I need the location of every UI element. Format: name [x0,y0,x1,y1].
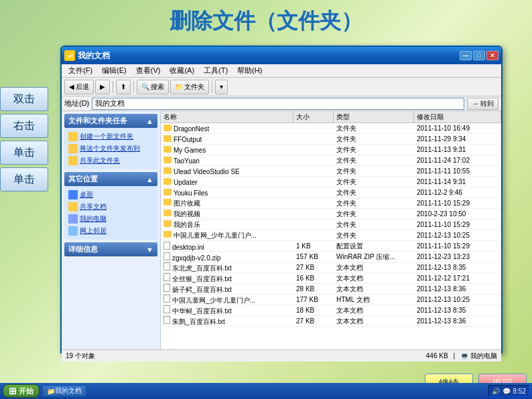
panel-link-shared-docs[interactable]: 共享文档 [68,201,153,213]
file-date: 2011-11-10 15:29 [414,242,501,250]
status-count: 19 个对象 [66,351,421,361]
file-name: DragonNest [161,125,293,133]
folders-button[interactable]: 📁 文件夹 [170,80,209,94]
file-type: 文件夹 [334,145,414,155]
table-row[interactable]: desktop.ini 1 KB 配置设置 2011-11-10 15:29 [161,241,501,252]
file-date: 2011-12-13 10:25 [414,232,501,239]
close-button[interactable]: ✕ [486,51,498,60]
panel-header-details[interactable]: 详细信息 ▼ [64,242,157,256]
header-size[interactable]: 大小 [293,111,334,123]
file-icon [163,295,170,303]
panel-header-tasks[interactable]: 文件和文件夹任务 ▲ [64,114,157,128]
panel-body-locations: 桌面 共享文档 我的电脑 网上邻居 [64,186,157,240]
panel-header-locations[interactable]: 其它位置 ▲ [64,172,157,186]
table-row[interactable]: Updater 文件夹 2011-11-14 9:31 [161,177,501,187]
minimize-button[interactable]: — [460,51,472,60]
panel-link-my-computer[interactable]: 我的电脑 [68,213,153,225]
status-bar: 19 个对象 446 KB | 💻 我的电脑 [62,349,501,362]
table-row[interactable]: DragonNest 文件夹 2011-11-10 16:49 [161,123,501,134]
title-bar-buttons: — □ ✕ [460,51,498,60]
double-click-button[interactable]: 双击 [0,87,48,111]
table-row[interactable]: zgxqdjb-v2.0.zip 157 KB WinRAR ZIP 压缩...… [161,252,501,262]
file-name: 我的音乐 [161,220,293,230]
menu-favorites[interactable]: 收藏(A) [165,65,198,76]
header-name[interactable]: 名称 [161,111,293,123]
table-row[interactable]: 图片收藏 文件夹 2011-11-10 15:29 [161,198,501,209]
maximize-button[interactable]: □ [473,51,485,60]
right-click-button[interactable]: 右击 [0,114,48,138]
start-button[interactable]: ⊞ 开始 [3,384,40,398]
table-row[interactable]: 中华鲟_百度百科.txt 18 KB 文本文档 2011-12-13 8:35 [161,305,501,316]
table-row[interactable]: 我的视频 文件夹 2010-2-23 10:50 [161,209,501,220]
folder-icon [163,157,172,163]
file-date: 2011-11-29 9:34 [414,135,501,143]
file-date: 2011-12-12 17:21 [414,274,501,282]
file-size: 28 KB [293,285,334,293]
new-folder-icon [68,132,78,141]
back-button[interactable]: ◀ 后退 [64,80,94,94]
toolbar: ◀ 后退 ▶ ⬆ 🔍 搜索 📁 文件夹 ▾ [62,78,501,96]
table-row[interactable]: 朱鹮_百度百科.txt 27 KB 文本文档 2011-12-13 8:36 [161,316,501,327]
my-computer-icon [68,214,78,224]
file-type: 文本文档 [334,263,414,272]
file-name: 东北虎_百度百科.txt [161,262,293,273]
up-button[interactable]: ⬆ [116,80,131,94]
window-icon: 📁 [64,50,75,61]
file-name: 中国儿童网_少年儿童门户... [161,231,293,240]
file-date: 2011-11-14 9:31 [414,178,501,185]
menu-help[interactable]: 帮助(H) [233,65,266,76]
table-row[interactable]: 全丝猴_百度百科.txt 16 KB 文本文档 2011-12-12 17:21 [161,273,501,284]
menu-view[interactable]: 查看(V) [132,65,165,76]
panel-link-network[interactable]: 网上邻居 [68,225,153,237]
taskbar-tray: 🔊 💬 8:52 [488,385,529,397]
file-name: TaoYuan [161,157,293,165]
folder-icon [163,125,172,131]
file-type: 文本文档 [334,285,414,294]
forward-button[interactable]: ▶ [95,80,110,94]
file-name: 朱鹮_百度百科.txt [161,316,293,327]
table-row[interactable]: Ulead VideoStudio SE 文件夹 2011-11-11 10:5… [161,166,501,177]
views-button[interactable]: ▾ [215,80,228,94]
file-rows-container: DragonNest 文件夹 2011-11-10 16:49 FFOutput… [161,123,501,327]
file-name: My Games [161,146,293,154]
table-row[interactable]: 东北虎_百度百科.txt 27 KB 文本文档 2011-12-13 8:35 [161,262,501,273]
table-row[interactable]: My Games 文件夹 2011-11-13 9:31 [161,145,501,155]
address-input[interactable] [92,98,464,110]
panel-link-new-folder[interactable]: 创建一个新文件夹 [68,131,153,143]
panel-section-details: 详细信息 ▼ [64,242,157,256]
file-icon [163,305,170,313]
table-row[interactable]: Youku Files 文件夹 2011-12-2 9:46 [161,187,501,198]
menu-edit[interactable]: 编辑(E) [98,65,131,76]
menu-file[interactable]: 文件(F) [64,65,96,76]
panel-link-publish[interactable]: 将这个文件夹发布到 [68,143,153,155]
panel-section-tasks: 文件和文件夹任务 ▲ 创建一个新文件夹 将这个文件夹发布到 共享此文件夹 [64,114,157,169]
table-row[interactable]: TaoYuan 文件夹 2011-11-24 17:02 [161,155,501,166]
go-button[interactable]: → 转到 [467,98,498,110]
header-date[interactable]: 修改日期 [414,111,501,123]
share-icon [68,156,78,165]
file-name: Ulead VideoStudio SE [161,167,293,175]
publish-icon [68,144,78,153]
panel-section-locations: 其它位置 ▲ 桌面 共享文档 我的电脑 [64,172,157,240]
table-row[interactable]: 扬子鳄_百度百科.txt 28 KB 文本文档 2011-12-13 8:36 [161,284,501,295]
taskbar-item-explorer[interactable]: 📁 我的文档 [42,385,86,397]
toolbar-separator-1 [113,81,113,93]
tray-icon-volume: 🔊 [492,388,500,395]
file-size: 157 KB [293,253,334,260]
file-name: 图片收藏 [161,199,293,208]
menu-tools[interactable]: 工具(T) [200,65,232,76]
file-type: 文件夹 [334,177,414,187]
left-action-buttons: 双击 右击 单击 单击 [0,87,48,191]
single-click-button-1[interactable]: 单击 [0,141,48,165]
header-type[interactable]: 类型 [334,111,414,123]
panel-link-desktop[interactable]: 桌面 [68,189,153,201]
table-row[interactable]: 中国儿童网_少年儿童门户... 177 KB HTML 文档 2011-12-1… [161,295,501,305]
table-row[interactable]: FFOutput 文件夹 2011-11-29 9:34 [161,134,501,145]
table-row[interactable]: 中国儿童网_少年儿童门户... 文件夹 2011-12-13 10:25 [161,230,501,241]
menu-bar: 文件(F) 编辑(E) 查看(V) 收藏(A) 工具(T) 帮助(H) [62,64,501,78]
file-name: 全丝猴_百度百科.txt [161,273,293,284]
table-row[interactable]: 我的音乐 文件夹 2011-11-10 15:29 [161,220,501,230]
search-button[interactable]: 🔍 搜索 [137,80,169,94]
panel-link-share[interactable]: 共享此文件夹 [68,155,153,167]
single-click-button-2[interactable]: 单击 [0,167,48,191]
